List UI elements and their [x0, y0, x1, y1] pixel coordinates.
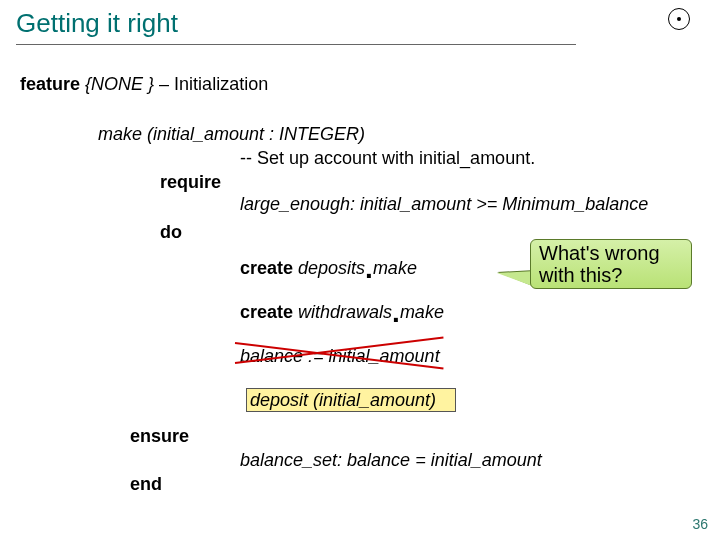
kw-ensure: ensure	[130, 426, 189, 447]
kw-require: require	[160, 172, 221, 193]
create-deposits: create deposits.make	[240, 258, 417, 279]
make-comment: -- Set up account with initial_amount.	[240, 148, 535, 169]
create2-call: make	[400, 302, 444, 322]
create2-obj: withdrawals	[293, 302, 392, 322]
deposit-call-line: deposit (initial_amount)	[250, 390, 436, 411]
dot-icon: .	[392, 297, 400, 328]
feature-suffix: – Initialization	[159, 74, 268, 94]
feature-line: feature {NONE } – Initialization	[20, 74, 268, 95]
comment-text: -- Set up account with initial_amount.	[240, 148, 535, 168]
slide-title: Getting it right	[16, 8, 178, 39]
clock-logo-icon	[668, 8, 690, 30]
require-cond: large_enough: initial_amount >= Minimum_…	[240, 194, 648, 215]
callout-text: What's wrong with this?	[539, 242, 660, 286]
create1-call: make	[373, 258, 417, 278]
make-name: make	[98, 124, 142, 144]
kw-feature: feature	[20, 74, 80, 94]
page-number: 36	[692, 516, 708, 532]
make-type: : INTEGER)	[269, 124, 365, 144]
kw-create-1: create	[240, 258, 293, 278]
dot-icon: .	[365, 253, 373, 284]
create-withdrawals: create withdrawals.make	[240, 302, 444, 323]
feature-scope: {NONE }	[85, 74, 154, 94]
title-underline	[16, 44, 576, 45]
kw-end: end	[130, 474, 162, 495]
balance-assign-line: balance := initial_amount	[240, 346, 440, 367]
callout-box: What's wrong with this?	[530, 239, 692, 289]
kw-do: do	[160, 222, 182, 243]
create1-obj: deposits	[293, 258, 365, 278]
make-param: (initial_amount	[142, 124, 269, 144]
ensure-cond: balance_set: balance = initial_amount	[240, 450, 542, 471]
kw-create-2: create	[240, 302, 293, 322]
make-signature: make (initial_amount : INTEGER)	[98, 124, 365, 145]
